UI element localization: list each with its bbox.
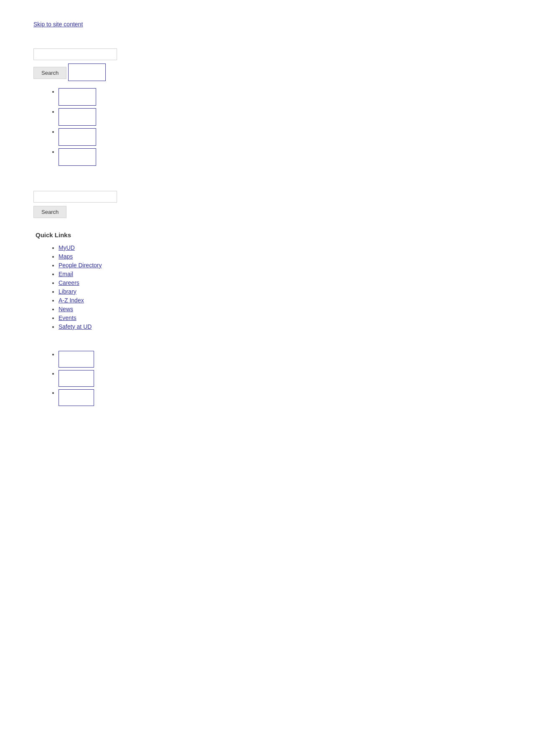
list-item <box>59 148 535 166</box>
events-link[interactable]: Events <box>59 315 76 321</box>
careers-link[interactable]: Careers <box>59 279 79 286</box>
safety-at-ud-link[interactable]: Safety at UD <box>59 323 92 330</box>
list-item <box>59 128 535 146</box>
bottom-nav-box-1[interactable] <box>59 351 94 368</box>
list-item: Careers <box>59 279 535 286</box>
list-item: News <box>59 306 535 312</box>
myud-link[interactable]: MyUD <box>59 244 75 251</box>
bottom-nav-box-2[interactable] <box>59 370 94 387</box>
news-link[interactable]: News <box>59 306 73 312</box>
list-item: Safety at UD <box>59 323 535 330</box>
quick-links-title: Quick Links <box>36 231 535 238</box>
second-search-input[interactable] <box>33 191 117 203</box>
list-item: People Directory <box>59 262 535 269</box>
nav-box-item-1[interactable] <box>59 88 96 106</box>
list-item: Library <box>59 288 535 295</box>
second-search-button[interactable]: Search <box>33 206 66 218</box>
library-link[interactable]: Library <box>59 288 76 295</box>
list-item <box>59 389 535 406</box>
people-directory-link[interactable]: People Directory <box>59 262 102 269</box>
list-item <box>59 370 535 387</box>
list-item <box>59 108 535 126</box>
nav-box-item-4[interactable] <box>59 148 96 166</box>
az-index-link[interactable]: A-Z Index <box>59 297 84 304</box>
nav-box-item-3[interactable] <box>59 128 96 146</box>
bottom-nav-list <box>59 351 535 406</box>
bottom-nav-box-3[interactable] <box>59 389 94 406</box>
list-item: Email <box>59 271 535 277</box>
maps-link[interactable]: Maps <box>59 253 73 260</box>
top-search-input[interactable] <box>33 48 117 60</box>
list-item: A-Z Index <box>59 297 535 304</box>
nav-box-standalone[interactable] <box>68 63 106 81</box>
list-item: MyUD <box>59 244 535 251</box>
top-nav-list <box>59 88 535 166</box>
list-item <box>59 351 535 368</box>
top-search-section: Search <box>33 48 535 166</box>
list-item: Maps <box>59 253 535 260</box>
email-link[interactable]: Email <box>59 271 73 277</box>
nav-box-item-2[interactable] <box>59 108 96 126</box>
top-search-button[interactable]: Search <box>33 67 66 79</box>
quick-links-list: MyUD Maps People Directory Email Careers… <box>59 244 535 330</box>
list-item <box>59 88 535 106</box>
second-search-section: Search <box>33 191 535 223</box>
quick-links-section: Quick Links MyUD Maps People Directory E… <box>33 231 535 330</box>
skip-to-content-link[interactable]: Skip to site content <box>33 21 535 28</box>
list-item: Events <box>59 315 535 321</box>
